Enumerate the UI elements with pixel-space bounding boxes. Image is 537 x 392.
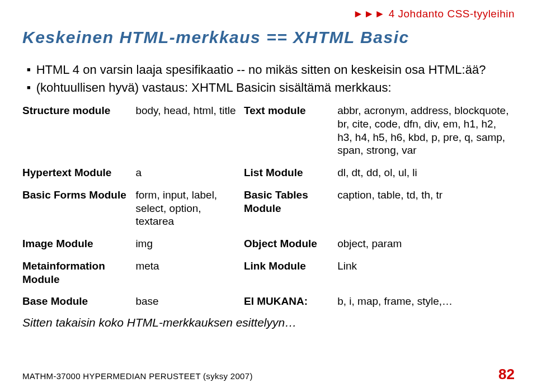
module-value: body, head, html, title [135,101,244,163]
table-row: Structure module body, head, html, title… [22,101,515,163]
page-title: Keskeinen HTML-merkkaus == XHTML Basic [22,28,515,47]
module-name: Basic Tables Module [244,185,337,234]
module-name: Object Module [244,234,337,256]
table-row: Image Module img Object Module object, p… [22,234,515,256]
module-value: object, param [337,234,515,256]
table-row: Base Module base EI MUKANA: b, i, map, f… [22,291,515,314]
module-name: Text module [244,101,337,163]
module-value: Link [337,256,515,292]
table-row: Hypertext Module a List Module dl, dt, d… [22,163,515,185]
table-row: Basic Forms Module form, input, label, s… [22,185,515,234]
module-value: base [135,291,244,314]
page: ►►► 4 Johdanto CSS-tyyleihin Keskeinen H… [0,0,537,392]
module-name: List Module [244,163,337,185]
course-code: MATHM-37000 HYPERMEDIAN PERUSTEET (syksy… [22,371,253,381]
page-number: 82 [498,366,515,383]
module-name: Structure module [22,101,135,163]
module-value: dl, dt, dd, ol, ul, li [337,163,515,185]
footer: MATHM-37000 HYPERMEDIAN PERUSTEET (syksy… [22,366,515,383]
module-name: Link Module [244,256,337,292]
bullet-item: HTML 4 on varsin laaja spesifikaatio -- … [28,63,515,77]
module-name: Hypertext Module [22,163,135,185]
module-value: caption, table, td, th, tr [337,185,515,234]
module-value: form, input, label, select, option, text… [135,185,244,234]
chapter-marker: ►►► 4 Johdanto CSS-tyyleihin [353,8,515,20]
modules-table: Structure module body, head, html, title… [22,101,515,314]
module-name: Base Module [22,291,135,314]
table-row: Metainformation Module meta Link Module … [22,256,515,292]
module-value: abbr, acronym, address, blockquote, br, … [337,101,515,163]
bullet-item: (kohtuullisen hyvä) vastaus: XHTML Basic… [28,81,515,95]
module-value: b, i, map, frame, style,… [337,291,515,314]
module-value: img [135,234,244,256]
closing-note: Sitten takaisin koko HTML-merkkauksen es… [22,316,515,329]
module-name: EI MUKANA: [244,291,337,314]
module-value: a [135,163,244,185]
module-name: Image Module [22,234,135,256]
module-value: meta [135,256,244,292]
module-name: Basic Forms Module [22,185,135,234]
bullet-list: HTML 4 on varsin laaja spesifikaatio -- … [22,63,515,95]
module-name: Metainformation Module [22,256,135,292]
